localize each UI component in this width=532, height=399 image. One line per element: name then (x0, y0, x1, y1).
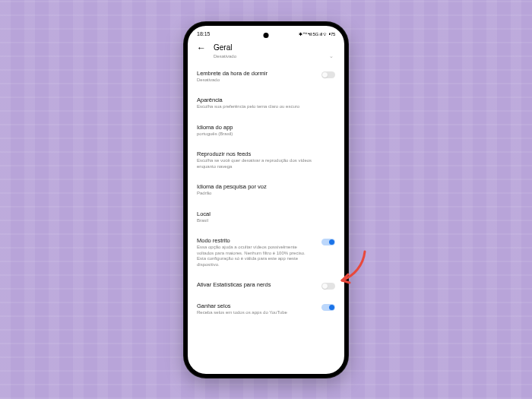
setting-voice-search-lang[interactable]: Idioma da pesquisa por voz Padrão (197, 177, 335, 204)
setting-title: Lembrete da hora de dormir (197, 70, 335, 77)
chevron-down-icon[interactable]: ⌄ (329, 53, 334, 59)
setting-sleep-reminder[interactable]: Lembrete da hora de dormir Desativado (197, 64, 335, 91)
setting-sub: português (Brasil) (197, 131, 335, 138)
setting-restricted-mode[interactable]: Modo restrito Essa opção ajuda a ocultar… (197, 231, 335, 275)
setting-title: Aparência (197, 97, 335, 103)
setting-title: Ativar Estatísticas para nerds (197, 281, 335, 288)
phone-screen: 18:15 ✱ ᴴᵈ ⁴ıll 5G ıll ᯤ ▮75 ← Geral Des… (188, 26, 344, 374)
back-icon[interactable]: ← (197, 43, 206, 53)
setting-stats-for-nerds[interactable]: Ativar Estatísticas para nerds (197, 275, 335, 296)
setting-sub: Escolha sua preferência pelo tema claro … (197, 104, 335, 110)
setting-title: Local (197, 211, 335, 217)
page-title: Geral (214, 43, 232, 52)
header-sub-row: Desativado ⌄ (188, 53, 344, 64)
camera-punch-hole (264, 33, 269, 38)
setting-title: Idioma do app (197, 124, 335, 131)
setting-play-in-feeds[interactable]: Reproduzir nos feeds Escolha se você que… (197, 144, 335, 177)
setting-sub: Padrão (197, 191, 335, 197)
setting-title: Reproduzir nos feeds (197, 150, 335, 157)
header: ← Geral (188, 40, 344, 53)
setting-sub: Escolha se você quer desativar a reprodu… (197, 158, 335, 169)
setting-sub: Essa opção ajuda a ocultar vídeos possiv… (197, 245, 335, 268)
toggle-earn-badges[interactable] (321, 304, 335, 311)
setting-title: Modo restrito (197, 237, 335, 244)
setting-earn-badges[interactable]: Ganhar selos Receba selos em todos os ap… (197, 296, 335, 318)
setting-appearance[interactable]: Aparência Escolha sua preferência pelo t… (197, 90, 335, 118)
setting-app-language[interactable]: Idioma do app português (Brasil) (197, 118, 335, 145)
setting-title: Idioma da pesquisa por voz (197, 183, 335, 190)
setting-sub: Brasil (197, 218, 335, 224)
toggle-restricted-mode[interactable] (321, 239, 335, 245)
status-time: 18:15 (197, 31, 211, 36)
phone-frame: 18:15 ✱ ᴴᵈ ⁴ıll 5G ıll ᯤ ▮75 ← Geral Des… (183, 21, 349, 378)
status-indicators: ✱ ᴴᵈ ⁴ıll 5G ıll ᯤ ▮75 (299, 31, 335, 36)
setting-sub: Desativado (197, 78, 335, 84)
toggle-stats-for-nerds[interactable] (321, 283, 335, 290)
toggle-sleep-reminder[interactable] (321, 71, 335, 78)
setting-location[interactable]: Local Brasil (197, 204, 335, 232)
setting-title: Ganhar selos (197, 302, 335, 309)
setting-sub: Receba selos em todos os apps do YouTube (197, 310, 335, 316)
settings-list: Lembrete da hora de dormir Desativado Ap… (188, 64, 344, 318)
header-sub-status: Desativado (214, 54, 236, 59)
